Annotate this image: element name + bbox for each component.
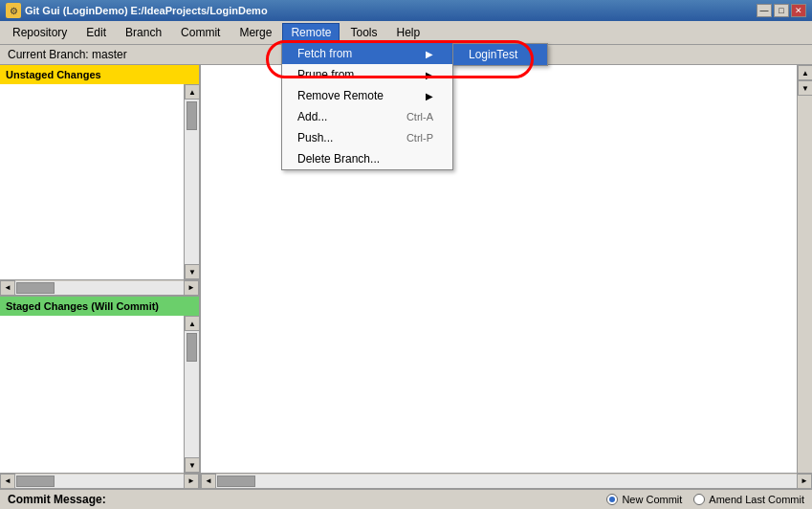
remove-remote-label: Remove Remote (297, 89, 384, 102)
unstaged-scroll-thumb[interactable] (187, 101, 197, 130)
diff-hscrollbar[interactable]: ◄ ► (201, 473, 812, 488)
maximize-button[interactable]: □ (774, 4, 789, 17)
remote-menu-remove-remote[interactable]: Remove Remote ▶ (282, 85, 452, 106)
delete-branch-label: Delete Branch... (297, 152, 380, 166)
unstaged-list[interactable] (0, 84, 184, 279)
prune-from-label: Prune from (297, 68, 354, 81)
new-commit-radio[interactable] (606, 494, 618, 505)
close-button[interactable]: ✕ (791, 4, 806, 17)
staged-scroll-down[interactable]: ▼ (185, 457, 199, 473)
title-bar: ⚙ Git Gui (LoginDemo) E:/IdeaProjects/Lo… (0, 0, 812, 21)
diff-hthumb[interactable] (217, 476, 255, 487)
menu-edit[interactable]: Edit (77, 23, 115, 42)
remove-remote-arrow: ▶ (426, 91, 433, 101)
unstaged-scroll-left[interactable]: ◄ (0, 280, 15, 296)
commit-message-bar: Commit Message: New Commit Amend Last Co… (0, 490, 812, 509)
unstaged-scroll-track[interactable] (185, 100, 199, 264)
amend-commit-option[interactable]: Amend Last Commit (693, 494, 804, 505)
staged-section: Staged Changes (Will Commit) ▲ ▼ ◄ ► (0, 297, 199, 488)
diff-vscrollbar[interactable]: ▲ ▼ (797, 65, 812, 473)
unstaged-hthumb[interactable] (16, 282, 55, 294)
staged-scroll-right[interactable]: ► (184, 474, 199, 489)
menu-branch[interactable]: Branch (117, 23, 170, 42)
unstaged-htrack[interactable] (15, 281, 184, 295)
unstaged-scroll-down[interactable]: ▼ (185, 264, 199, 279)
amend-commit-radio[interactable] (693, 494, 705, 505)
bottom-section: Commit Message: New Commit Amend Last Co… (0, 488, 812, 509)
unstaged-header: Unstaged Changes (0, 65, 199, 84)
menu-tools[interactable]: Tools (341, 23, 385, 42)
current-branch-label: Current Branch: master (8, 48, 127, 61)
menu-help[interactable]: Help (387, 23, 428, 42)
diff-hscroll-right[interactable]: ► (797, 474, 812, 489)
push-shortcut: Ctrl-P (406, 132, 433, 144)
staged-scroll-left[interactable]: ◄ (0, 474, 15, 489)
unstaged-vscrollbar[interactable]: ▲ ▼ (184, 84, 199, 279)
app-icon: ⚙ (6, 3, 21, 18)
unstaged-section: Unstaged Changes ▲ ▼ ◄ ► (0, 65, 199, 295)
remote-menu-delete-branch[interactable]: Delete Branch... (282, 148, 452, 169)
staged-scroll-thumb[interactable] (187, 333, 197, 362)
prune-from-arrow: ▶ (426, 70, 433, 80)
staged-htrack[interactable] (15, 475, 184, 488)
staged-vscrollbar[interactable]: ▲ ▼ (184, 316, 199, 473)
diff-scroll-down[interactable]: ▼ (798, 80, 812, 96)
staged-list-row: ▲ ▼ (0, 316, 199, 473)
staged-hscrollbar[interactable]: ◄ ► (0, 473, 199, 488)
remote-menu-fetch-from[interactable]: Fetch from ▶ LoginTest (282, 43, 452, 64)
commit-message-label: Commit Message: (8, 493, 106, 506)
unstaged-list-row: ▲ ▼ (0, 84, 199, 279)
menu-remote[interactable]: Remote (282, 23, 340, 42)
staged-hthumb[interactable] (16, 476, 55, 487)
minimize-button[interactable]: — (757, 4, 772, 17)
menu-repository[interactable]: Repository (4, 23, 76, 42)
add-shortcut: Ctrl-A (406, 111, 433, 122)
title-bar-left: ⚙ Git Gui (LoginDemo) E:/IdeaProjects/Lo… (6, 3, 268, 18)
fetch-from-label: Fetch from (297, 47, 352, 60)
unstaged-hscrollbar[interactable]: ◄ ► (0, 279, 199, 295)
left-panel: Unstaged Changes ▲ ▼ ◄ ► (0, 65, 201, 488)
add-label: Add... (297, 110, 327, 123)
push-label: Push... (297, 131, 333, 144)
unstaged-scroll-right[interactable]: ► (184, 280, 199, 296)
remote-menu-prune-from[interactable]: Prune from ▶ (282, 64, 452, 85)
title-bar-title: Git Gui (LoginDemo) E:/IdeaProjects/Logi… (25, 5, 268, 16)
remote-menu[interactable]: Fetch from ▶ LoginTest Prune from ▶ Remo… (281, 42, 453, 170)
submenu-logintest[interactable]: LoginTest (453, 44, 547, 65)
diff-hscroll-left[interactable]: ◄ (201, 474, 216, 489)
window-controls: — □ ✕ (757, 4, 806, 17)
new-commit-option[interactable]: New Commit (606, 494, 682, 505)
remote-menu-add[interactable]: Add... Ctrl-A (282, 106, 452, 127)
new-commit-label: New Commit (622, 494, 682, 505)
staged-scroll-track[interactable] (185, 331, 199, 457)
unstaged-scroll-up[interactable]: ▲ (185, 84, 199, 100)
diff-htrack[interactable] (216, 475, 797, 488)
menu-merge[interactable]: Merge (230, 23, 280, 42)
staged-list[interactable] (0, 316, 184, 473)
staged-scroll-up[interactable]: ▲ (185, 316, 199, 331)
staged-header: Staged Changes (Will Commit) (0, 297, 199, 316)
menu-commit[interactable]: Commit (172, 23, 229, 42)
amend-commit-label: Amend Last Commit (709, 494, 804, 505)
fetch-from-submenu[interactable]: LoginTest (452, 43, 548, 66)
commit-type-radio-group: New Commit Amend Last Commit (606, 494, 804, 505)
remote-menu-push[interactable]: Push... Ctrl-P (282, 127, 452, 148)
fetch-from-arrow: ▶ (426, 49, 433, 59)
diff-scroll-up[interactable]: ▲ (798, 65, 812, 80)
